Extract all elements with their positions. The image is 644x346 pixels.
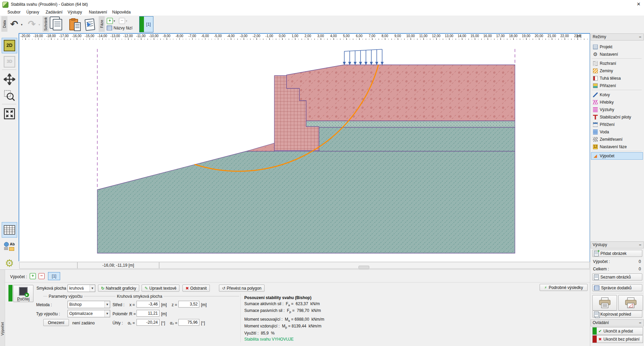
remove-button[interactable]: ✖ Odstranit	[182, 285, 210, 292]
menu-nastaveni[interactable]: Nastavení	[88, 9, 108, 15]
copy-icon[interactable]	[51, 18, 64, 31]
sidebar-item-nastaveni-faze[interactable]: 12Nastavení fáze	[591, 143, 643, 151]
copy-view-icon[interactable]	[83, 18, 97, 31]
sidebar-item-voda[interactable]: Voda	[591, 128, 643, 136]
status-bar: -16,08; -11,19 [m]	[19, 261, 590, 269]
annex-manager-button[interactable]: Správce dodatků	[592, 284, 642, 291]
pan-icon[interactable]	[2, 72, 17, 87]
add-analysis-button[interactable]: +	[30, 273, 36, 279]
phase-tab-1[interactable]: [1]	[139, 16, 153, 32]
collapse-icon[interactable]: –	[639, 34, 641, 40]
alpha2-input[interactable]: 75,96	[178, 319, 199, 326]
add-phase-button[interactable]: +	[107, 18, 113, 24]
menu-napoveda[interactable]: Nápověda	[112, 9, 131, 15]
replace-graphically-button[interactable]: ↻ Nahradit graficky	[98, 285, 139, 292]
redo-icon[interactable]: ↷	[26, 18, 38, 30]
undo-icon[interactable]: ↶	[8, 18, 20, 30]
title-bar: Stabilita svahu (Proudění) - Gabion (64 …	[0, 0, 644, 9]
sidebar-item-prirazeni[interactable]: Přiřazení	[591, 82, 643, 89]
center-z-input[interactable]: 3,52	[178, 301, 199, 308]
paste-icon[interactable]	[67, 18, 80, 31]
sidebar-item-label: Stabilizační piloty	[600, 115, 631, 119]
sidebar-item-nastaveni[interactable]: ⚙Nastavení	[591, 51, 643, 58]
ruler-label: -18,00	[46, 34, 56, 38]
ruler-label: 7,00	[369, 34, 375, 38]
menu-soubor[interactable]: Soubor	[7, 9, 21, 15]
clipboard-shape	[69, 19, 78, 30]
sidebar-item-zeminy[interactable]: Zeminy	[591, 67, 643, 75]
ruler-label: -13,00	[110, 34, 120, 38]
compute-stripe	[8, 285, 13, 301]
calc-type-select[interactable]: Optimalizace▼	[68, 310, 110, 317]
analysis-tab-1[interactable]: [1]	[48, 272, 60, 280]
picture-list-button[interactable]: Seznam obrázků	[592, 273, 642, 281]
add-phase-dropdown-icon[interactable]: ▾	[114, 19, 115, 23]
ruler-label: 1,00	[292, 34, 298, 38]
sidebar-item-projekt[interactable]: Projekt	[591, 43, 643, 51]
sidebar-item-hrebiky[interactable]: Hřebíky	[591, 99, 643, 106]
drawing-canvas[interactable]: -21,00-20,00-19,00-18,00-17,00-16,00-15,…	[19, 33, 590, 262]
alpha1-input[interactable]: -20,24	[137, 319, 159, 326]
fit-view-icon[interactable]	[2, 106, 17, 122]
collapse-icon[interactable]: –	[639, 242, 641, 248]
close-icon[interactable]: ×	[633, 0, 644, 9]
remove-phase-dropdown-icon[interactable]: ▾	[126, 19, 127, 23]
print-preview-button[interactable]	[618, 295, 643, 311]
remove-phase-button[interactable]: −	[119, 18, 125, 24]
finish-cancel-button[interactable]: ✖ Ukončit bez předání	[592, 335, 643, 343]
slip-surface-select[interactable]: kruhová▼	[68, 285, 95, 292]
unit-m: [m]	[161, 312, 167, 316]
remove-analysis-button[interactable]: −	[39, 273, 45, 279]
method-select[interactable]: Bishop▼	[68, 301, 110, 308]
zeminy-icon	[593, 69, 598, 73]
sidebar-item-vypocet[interactable]: ◢Výpočet	[591, 152, 643, 160]
piloty-icon	[593, 115, 598, 119]
sidebar-item-vyztuhy[interactable]: Výztuhy	[591, 106, 643, 113]
collapse-icon[interactable]: –	[639, 320, 641, 326]
print-button[interactable]	[592, 295, 617, 311]
copy-view-button-icon	[594, 312, 599, 317]
center-x-input[interactable]: -3,46	[137, 301, 159, 308]
ruler-unit: [m]	[577, 34, 581, 38]
results-title: Posouzení stability svahu (Bishop)	[244, 295, 386, 300]
compute-button[interactable]: ▶ Počítej	[13, 285, 33, 302]
ruler-label: -1,00	[266, 34, 273, 38]
edit-textually-button[interactable]: ✎ Upravit textově	[142, 285, 179, 292]
phase-names-button[interactable]: Názvy fází	[107, 25, 137, 31]
sidebar-item-tuha-telesa[interactable]: Tuhá tělesa	[591, 75, 643, 82]
radius-input[interactable]: 11,21	[137, 310, 159, 317]
restriction-button[interactable]: Omezení	[43, 319, 69, 326]
splitter-handle[interactable]	[358, 266, 369, 269]
sidebar-item-zemetreseni[interactable]: Zemětřesení	[591, 136, 643, 143]
drawing-settings-button[interactable]: Ab	[2, 238, 17, 255]
sidebar-item-pritizeni[interactable]: Přitížení	[591, 121, 643, 128]
soil-region-upper	[287, 65, 515, 121]
menu-vystupy[interactable]: Výstupy	[67, 9, 83, 15]
gear-icon[interactable]: ⚙	[2, 255, 17, 271]
menu-zadavani[interactable]: Zadávání	[45, 9, 63, 15]
printer-preview-icon	[625, 297, 637, 308]
redo-dropdown-icon[interactable]: ▾	[39, 23, 40, 26]
sidebar-item-rozhrani[interactable]: Rozhraní	[591, 60, 643, 67]
copy-view-button[interactable]: Kopírovat pohled	[592, 311, 642, 318]
view-2d-button[interactable]: 2D	[2, 38, 17, 53]
add-picture-button[interactable]: Přidat obrázek	[592, 250, 642, 257]
ruler-label: 5,00	[343, 34, 349, 38]
frame-label-bar: Výpočet	[0, 270, 5, 346]
picture-list-icon	[594, 274, 599, 280]
convert-to-polygon-button[interactable]: ↺ Převést na polygon	[219, 285, 265, 292]
zoom-icon[interactable]	[2, 88, 17, 103]
view-3d-button[interactable]: 3D	[2, 54, 17, 70]
sidebar-item-kotvy[interactable]: Kotvy	[591, 91, 643, 99]
menu-upravy[interactable]: Úpravy	[26, 9, 40, 15]
right-sidebar: Režimy– Projekt⚙NastaveníRozhraníZeminyT…	[590, 33, 644, 346]
hrebiky-icon	[593, 100, 598, 105]
sidebar-item-piloty[interactable]: Stabilizační piloty	[591, 113, 643, 121]
detailed-results-button[interactable]: ⚡ Podrobné výsledky	[540, 284, 588, 291]
convert-icon: ↺	[222, 286, 225, 291]
finish-submit-button[interactable]: ✔ Ukončit a předat	[592, 327, 643, 335]
sidebar-item-label: Hřebíky	[600, 100, 614, 105]
undo-dropdown-icon[interactable]: ▾	[21, 23, 23, 26]
table-view-button[interactable]	[2, 222, 17, 238]
restriction-value: není zadáno	[72, 321, 95, 325]
